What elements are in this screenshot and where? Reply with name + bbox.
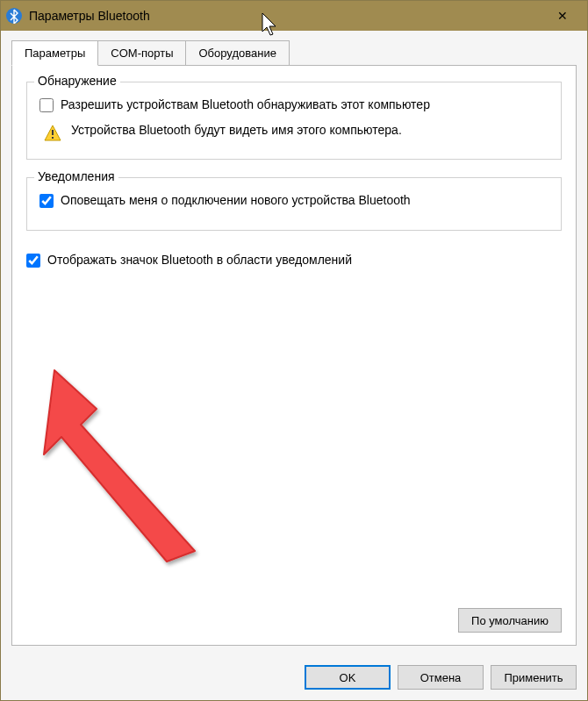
restore-defaults-button[interactable]: По умолчанию: [458, 608, 562, 633]
tab-com-ports[interactable]: COM-порты: [97, 40, 186, 66]
group-notifications: Уведомления Оповещать меня о подключении…: [26, 177, 562, 231]
discovery-info-text: Устройства Bluetooth будут видеть имя эт…: [71, 122, 402, 139]
svg-rect-1: [52, 130, 54, 135]
close-button[interactable]: ✕: [543, 3, 582, 29]
dialog-button-row: OK Отмена Применить: [1, 656, 587, 700]
show-tray-icon-checkbox[interactable]: [26, 254, 40, 268]
group-notifications-legend: Уведомления: [34, 169, 118, 183]
tabstrip: Параметры COM-порты Оборудование: [11, 39, 577, 65]
tab-parameters[interactable]: Параметры: [11, 40, 98, 66]
titlebar[interactable]: Параметры Bluetooth ✕: [1, 1, 587, 31]
show-tray-icon-label[interactable]: Отображать значок Bluetooth в области ув…: [47, 252, 352, 268]
ok-button[interactable]: OK: [305, 665, 391, 690]
allow-discovery-checkbox[interactable]: [39, 98, 54, 112]
apply-button[interactable]: Применить: [491, 665, 577, 690]
client-area: Параметры COM-порты Оборудование Обнаруж…: [1, 31, 587, 656]
notify-new-device-checkbox[interactable]: [39, 194, 54, 208]
tab-hardware[interactable]: Оборудование: [185, 40, 289, 66]
warning-icon: [43, 124, 62, 143]
window-title: Параметры Bluetooth: [29, 9, 543, 23]
cancel-button[interactable]: Отмена: [398, 665, 484, 690]
bluetooth-settings-window: Параметры Bluetooth ✕ Параметры COM-порт…: [0, 0, 588, 701]
allow-discovery-label[interactable]: Разрешить устройствам Bluetooth обнаружи…: [61, 97, 430, 113]
notify-new-device-label[interactable]: Оповещать меня о подключении нового устр…: [61, 192, 411, 209]
svg-rect-2: [52, 137, 54, 139]
tab-panel-parameters: Обнаружение Разрешить устройствам Blueto…: [11, 65, 577, 646]
group-discovery-legend: Обнаружение: [34, 74, 120, 88]
group-discovery: Обнаружение Разрешить устройствам Blueto…: [26, 82, 562, 160]
bluetooth-icon: [6, 8, 22, 24]
